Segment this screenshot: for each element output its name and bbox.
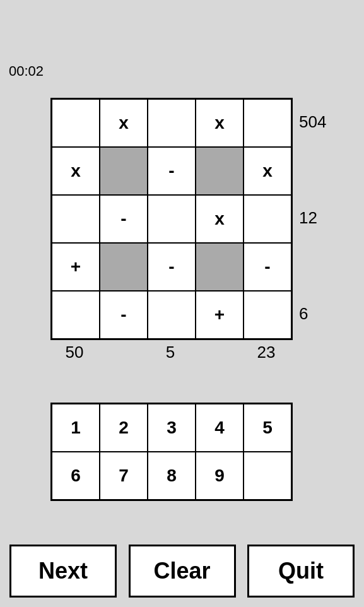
grid-cell-2-4[interactable]: [244, 195, 291, 243]
puzzle-area: xxx-x-x+---+ 50523 504126: [50, 98, 326, 362]
col-label-1: [98, 343, 146, 362]
grid-cell-3-2[interactable]: -: [148, 243, 196, 291]
grid-cell-0-4[interactable]: [244, 99, 291, 147]
numpad-0-4[interactable]: 5: [244, 404, 291, 452]
grid-cell-1-4[interactable]: x: [244, 147, 291, 195]
grid-cell-2-0[interactable]: [52, 195, 100, 243]
grid-cell-3-0[interactable]: +: [52, 243, 100, 291]
grid-cell-4-0[interactable]: [52, 291, 100, 339]
col-label-2: 5: [146, 343, 194, 362]
row-label-1: [296, 146, 326, 194]
quit-button[interactable]: Quit: [247, 545, 355, 598]
numpad-1-1[interactable]: 7: [100, 452, 148, 500]
grid-cell-0-1[interactable]: x: [100, 99, 148, 147]
row-label-3: [296, 242, 326, 290]
grid-cell-4-3[interactable]: +: [196, 291, 244, 339]
timer-display: 00:02: [9, 63, 44, 80]
grid-cell-4-1[interactable]: -: [100, 291, 148, 339]
numpad-0-3[interactable]: 4: [196, 404, 244, 452]
numpad-0-1[interactable]: 2: [100, 404, 148, 452]
next-button[interactable]: Next: [9, 545, 117, 598]
grid-cell-0-0[interactable]: [52, 99, 100, 147]
grid-cell-4-2[interactable]: [148, 291, 196, 339]
grid-cell-3-1[interactable]: [100, 243, 148, 291]
row-label-2: 12: [296, 194, 326, 242]
numpad-1-4: [244, 452, 291, 500]
grid-cell-1-0[interactable]: x: [52, 147, 100, 195]
puzzle-grid: xxx-x-x+---+: [50, 98, 293, 340]
numpad-1-3[interactable]: 9: [196, 452, 244, 500]
grid-cell-3-3[interactable]: [196, 243, 244, 291]
grid-cell-1-2[interactable]: -: [148, 147, 196, 195]
clear-button[interactable]: Clear: [129, 545, 236, 598]
grid-cell-0-3[interactable]: x: [196, 99, 244, 147]
col-label-4: 23: [242, 343, 290, 362]
grid-cell-4-4[interactable]: [244, 291, 291, 339]
grid-cell-0-2[interactable]: [148, 99, 196, 147]
numpad-0-0[interactable]: 1: [52, 404, 100, 452]
grid-cell-1-3[interactable]: [196, 147, 244, 195]
grid-cell-2-1[interactable]: -: [100, 195, 148, 243]
numpad-1-2[interactable]: 8: [148, 452, 196, 500]
numpad-1-0[interactable]: 6: [52, 452, 100, 500]
row-label-0: 504: [296, 98, 326, 146]
numpad: 123456789: [50, 403, 293, 501]
bottom-buttons: Next Clear Quit: [9, 545, 355, 598]
col-labels: 50523: [50, 343, 293, 362]
col-label-0: 50: [50, 343, 98, 362]
grid-cell-1-1[interactable]: [100, 147, 148, 195]
grid-cell-2-3[interactable]: x: [196, 195, 244, 243]
grid-cell-2-2[interactable]: [148, 195, 196, 243]
col-label-3: [194, 343, 242, 362]
numpad-0-2[interactable]: 3: [148, 404, 196, 452]
grid-cell-3-4[interactable]: -: [244, 243, 291, 291]
row-label-4: 6: [296, 290, 326, 338]
row-labels: 504126: [296, 98, 326, 338]
